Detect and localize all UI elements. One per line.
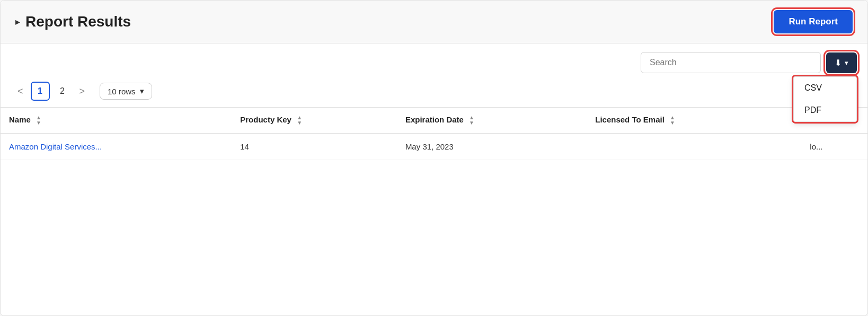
name-link[interactable]: Amazon Digital Services... — [9, 142, 102, 151]
email-sort-icon[interactable]: ▲▼ — [670, 115, 675, 126]
page-title: Report Results — [25, 13, 131, 30]
rows-per-page-chevron: ▾ — [140, 86, 144, 96]
col-header-expiration-date[interactable]: Expiration Date ▲▼ — [397, 108, 587, 134]
prev-page-button[interactable]: < — [13, 84, 28, 99]
toolbar: ⬇ ▾ CSV PDF — [1, 43, 867, 77]
rows-per-page-select[interactable]: 10 rows ▾ — [100, 83, 152, 100]
table-container: Name ▲▼ Producty Key ▲▼ Expiration Date … — [1, 107, 867, 315]
name-sort-icon[interactable]: ▲▼ — [36, 115, 41, 126]
search-input[interactable] — [641, 52, 821, 73]
cell-lic: lo... — [801, 134, 867, 160]
col-header-product-key[interactable]: Producty Key ▲▼ — [232, 108, 397, 134]
pagination-row: < 1 2 > 10 rows ▾ — [1, 77, 867, 107]
expiration-sort-icon[interactable]: ▲▼ — [469, 115, 474, 126]
export-dropdown-menu: CSV PDF — [793, 76, 857, 122]
cell-licensed-to-email — [587, 134, 801, 160]
cell-product-key: 14 — [232, 134, 397, 160]
download-icon: ⬇ — [835, 58, 842, 68]
download-button[interactable]: ⬇ ▾ — [826, 52, 857, 73]
page-2-button[interactable]: 2 — [53, 82, 72, 101]
results-table: Name ▲▼ Producty Key ▲▼ Expiration Date … — [1, 107, 867, 160]
run-report-button[interactable]: Run Report — [774, 10, 853, 33]
rows-per-page-label: 10 rows — [108, 87, 136, 96]
col-header-name[interactable]: Name ▲▼ — [1, 108, 232, 134]
chevron-down-icon: ▾ — [845, 59, 848, 67]
header-left: ▸ Report Results — [15, 13, 131, 30]
cell-name: Amazon Digital Services... — [1, 134, 232, 160]
table-header-row: Name ▲▼ Producty Key ▲▼ Expiration Date … — [1, 108, 867, 134]
cell-expiration-date: May 31, 2023 — [397, 134, 587, 160]
table-row: Amazon Digital Services... 14 May 31, 20… — [1, 134, 867, 160]
col-header-licensed-to-email[interactable]: Licensed To Email ▲▼ — [587, 108, 801, 134]
next-page-button[interactable]: > — [75, 84, 90, 99]
header: ▸ Report Results Run Report — [1, 1, 867, 43]
collapse-icon[interactable]: ▸ — [15, 16, 20, 28]
page-container: ▸ Report Results Run Report ⬇ ▾ CSV PDF … — [0, 0, 868, 316]
page-1-button[interactable]: 1 — [31, 82, 50, 101]
export-csv-item[interactable]: CSV — [794, 77, 856, 99]
export-pdf-item[interactable]: PDF — [794, 99, 856, 121]
product-key-sort-icon[interactable]: ▲▼ — [297, 115, 302, 126]
